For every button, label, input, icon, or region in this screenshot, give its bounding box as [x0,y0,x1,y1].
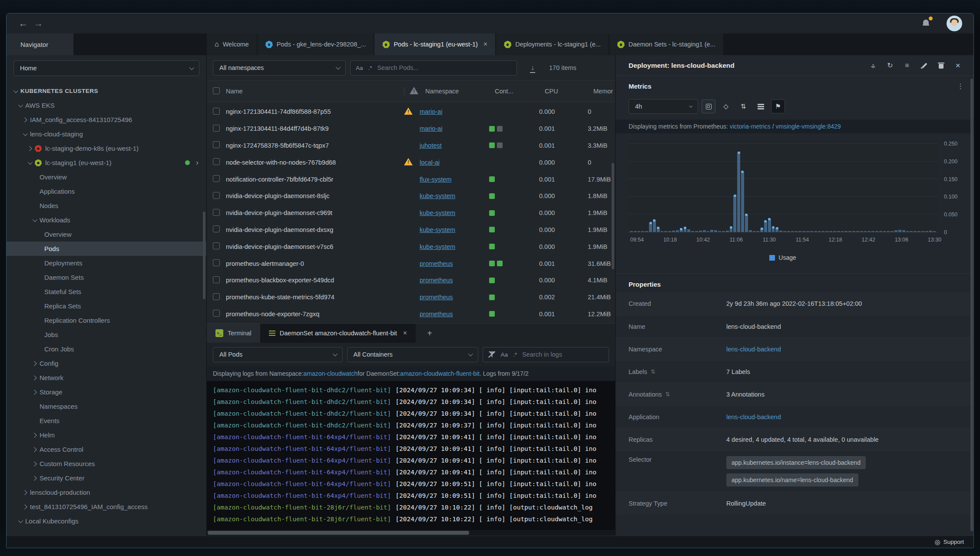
row-checkbox[interactable] [213,310,220,317]
sidebar-item[interactable]: lens-cloud-staging [7,127,206,141]
sidebar-item[interactable]: Replication Controllers [7,313,206,328]
log-container-filter-select[interactable]: All Containers [347,347,479,362]
forward-button[interactable]: → [34,18,43,29]
menu-icon[interactable]: ≡ [903,61,911,70]
notifications-button[interactable] [921,18,933,29]
chevron-right-icon[interactable] [32,461,36,466]
chart-legend[interactable]: Usage [628,252,938,263]
chevron-down-icon[interactable] [33,217,37,222]
row-checkbox[interactable] [213,209,220,216]
sort-icon[interactable]: ⇅ [651,368,656,375]
selector-badge[interactable]: app.kubernetes.io/instance=lens-cloud-ba… [726,456,866,469]
chevron-right-icon[interactable] [32,361,36,366]
row-checkbox[interactable] [213,158,220,165]
download-icon[interactable]: ↓ [531,64,534,71]
namespace-link[interactable]: mario-ai [420,108,442,115]
sidebar-item[interactable]: Storage [7,385,206,399]
namespace-link[interactable]: juhotest [420,142,442,149]
log-output[interactable]: [amazon-cloudwatch-fluent-bit-dhdc2/flue… [207,381,615,530]
chevron-right-icon[interactable] [22,504,27,509]
support-button[interactable]: ◎ Support [935,538,964,546]
chevron-down-icon[interactable] [18,518,23,523]
chevron-right-icon[interactable] [22,117,27,122]
row-checkbox[interactable] [213,108,220,115]
table-row[interactable]: nginx-1721304411-74df86f588-87p55mario-a… [207,103,615,120]
sidebar-item[interactable]: KUBERNETES CLUSTERS [7,84,206,98]
prometheus-namespace-link[interactable]: victoria-metrics [730,123,771,130]
sidebar-item[interactable]: test_841310725496_IAM_config_access [7,500,206,514]
chevron-right-icon[interactable] [22,490,27,495]
sidebar-item[interactable]: Applications [7,184,206,199]
sidebar-scrollbar[interactable] [203,212,205,299]
table-row[interactable]: prometheus-blackbox-exporter-549dcdprome… [207,272,615,289]
namespace-link[interactable]: local-ai [420,159,440,166]
logs-hscrollbar[interactable] [207,530,615,536]
chevron-right-icon[interactable] [32,390,36,394]
sidebar-item[interactable]: Overview [7,170,206,184]
sidebar-item[interactable]: Config [7,356,206,371]
sidebar-item[interactable]: AWS EKS [7,98,206,113]
sidebar-item[interactable]: lenscloud-production [7,485,206,500]
row-checkbox[interactable] [213,276,220,283]
row-checkbox[interactable] [213,125,220,132]
column-namespace[interactable]: Namespace [425,88,495,95]
namespace-link[interactable]: prometheus [420,294,453,301]
app-tab[interactable]: Deployments - lc-staging1 (e... [496,33,609,55]
table-row[interactable]: nvidia-device-plugin-daemonset-dxsxgkube… [207,222,615,238]
chart-plot-area[interactable] [628,140,938,232]
logs-namespace-link[interactable]: amazon-cloudwatch [304,370,358,377]
sidebar-item[interactable]: Local Kubeconfigs [7,514,206,528]
detail-panel-scrollbar[interactable] [970,79,973,531]
refresh-icon[interactable]: ↻ [886,61,894,70]
prometheus-service-link[interactable]: vmsingle-vmsingle:8429 [775,123,841,130]
namespace-link[interactable]: kube-system [420,209,455,216]
logs-daemonset-link[interactable]: amazon-cloudwatch-fluent-bit [400,370,480,377]
table-row[interactable]: notification-controller-7bfbfd6479-cbl5r… [207,171,615,188]
namespace-link[interactable]: prometheus [420,277,453,284]
tab-close-icon[interactable]: × [483,40,487,48]
sidebar-item[interactable]: Namespaces [7,399,206,414]
regex-icon[interactable]: .* [513,351,517,358]
table-row[interactable]: nginx-1724758378-5fb6f5847c-tqpx7juhotes… [207,137,615,154]
table-row[interactable]: nvidia-device-plugin-daemonset-v7sc6kube… [207,238,615,255]
dock-tab[interactable]: >_Terminal [207,324,260,343]
namespace-link[interactable]: kube-system [420,192,455,199]
metrics-cpu-button[interactable] [702,99,715,113]
row-checkbox[interactable] [213,175,220,182]
chevron-right-icon[interactable]: › [196,158,199,167]
column-cpu[interactable]: CPU [545,88,593,95]
pods-search-input[interactable] [377,64,511,71]
table-row[interactable]: nvidia-device-plugin-daemonset-8sljckube… [207,188,615,205]
app-tab[interactable]: ⌂Welcome [207,33,257,55]
sidebar-item[interactable]: Nodes [7,199,206,213]
column-containers[interactable]: Cont... [495,88,545,95]
table-row[interactable]: nginx-1721304411-84d4ff7d4b-87tk9mario-a… [207,120,615,137]
app-tab[interactable]: Pods - gke_lens-dev-298208_... [258,33,374,55]
navigator-tab[interactable]: Navigator [7,33,73,55]
table-row[interactable]: prometheus-kube-state-metrics-5fd974prom… [207,289,615,306]
table-row[interactable]: node-selector-with-no-nodes-767b9d68loca… [207,154,615,171]
logs-hscrollbar-thumb[interactable] [208,531,469,535]
column-name[interactable]: Name [226,88,404,95]
chevron-right-icon[interactable] [32,433,36,437]
delete-icon[interactable] [937,61,945,70]
tab-close-icon[interactable]: × [403,329,407,337]
sidebar-item[interactable]: Security Center [7,471,206,485]
row-checkbox[interactable] [213,259,220,266]
logs-search-input[interactable] [522,351,603,358]
sort-icon[interactable]: ⇅ [665,391,670,397]
namespace-link[interactable]: kube-system [420,243,455,250]
sidebar-item[interactable]: Cron Jobs [7,342,206,356]
catalog-select[interactable]: Home [13,60,199,76]
table-row[interactable]: prometheus-alertmanager-0prometheus0.001… [207,255,615,272]
row-checkbox[interactable] [213,242,220,249]
chevron-down-icon[interactable] [18,102,23,107]
pod-list-scrollbar[interactable] [612,163,614,269]
sidebar-item[interactable]: Overview [7,227,206,242]
sidebar-item[interactable]: Helm [7,428,206,442]
close-panel-icon[interactable]: × [954,61,962,70]
metrics-network-button[interactable]: ⇅ [736,99,750,113]
warning-column-icon[interactable] [410,87,418,94]
metrics-flag-button[interactable]: ⚑ [771,99,785,113]
table-row[interactable]: nvidia-device-plugin-daemonset-c969tkube… [207,205,615,222]
